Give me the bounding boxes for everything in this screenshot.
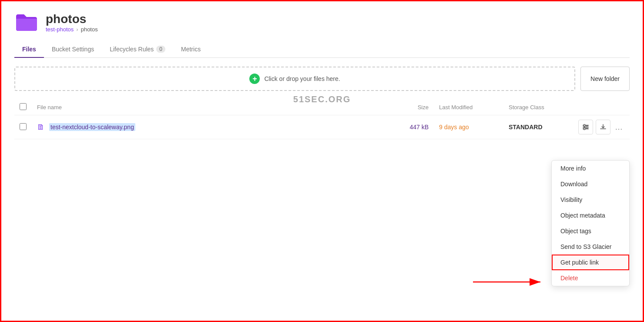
tab-bucket-settings-label: Bucket Settings bbox=[52, 46, 94, 53]
tab-lifecycles-rules[interactable]: Lifecycles Rules 0 bbox=[102, 41, 173, 58]
upload-plus-icon: + bbox=[249, 74, 260, 84]
tab-lifecycles-badge: 0 bbox=[156, 46, 165, 53]
dropdown-menu: More info Download Visibility Object met… bbox=[551, 160, 630, 286]
table-row: 🗎 test-nextcloud-to-scaleway.png 447 kB … bbox=[14, 115, 630, 139]
upload-zone[interactable]: + Click or drop your files here. bbox=[14, 67, 575, 91]
col-header-storage: Storage Class bbox=[503, 100, 573, 115]
file-storage: STANDARD bbox=[509, 124, 543, 131]
folder-icon bbox=[14, 10, 39, 34]
dropdown-visibility[interactable]: Visibility bbox=[552, 192, 629, 208]
breadcrumb-parent[interactable]: test-photos bbox=[46, 26, 74, 33]
breadcrumb: test-photos › photos bbox=[46, 26, 98, 33]
dropdown-delete[interactable]: Delete bbox=[552, 270, 629, 286]
dropdown-get-public-link[interactable]: Get public link bbox=[552, 255, 629, 270]
tab-metrics-label: Metrics bbox=[181, 46, 201, 53]
svg-point-3 bbox=[584, 124, 585, 126]
tab-bucket-settings[interactable]: Bucket Settings bbox=[44, 41, 102, 58]
dropdown-more-info[interactable]: More info bbox=[552, 161, 629, 176]
arrow-indicator bbox=[473, 275, 551, 290]
page-header: photos test-photos › photos bbox=[14, 10, 630, 34]
tab-lifecycles-rules-label: Lifecycles Rules bbox=[110, 46, 154, 53]
dropdown-object-metadata[interactable]: Object metadata bbox=[552, 208, 629, 223]
row-name-cell: 🗎 test-nextcloud-to-scaleway.png bbox=[32, 115, 390, 139]
tab-files-label: Files bbox=[22, 46, 36, 53]
row-storage-cell: STANDARD bbox=[503, 115, 573, 139]
action-download-button[interactable] bbox=[596, 120, 610, 134]
new-folder-button[interactable]: New folder bbox=[580, 67, 630, 91]
row-checkbox-cell bbox=[14, 115, 32, 139]
page-title: photos bbox=[46, 12, 98, 26]
col-header-size: Size bbox=[390, 100, 434, 115]
tab-metrics[interactable]: Metrics bbox=[173, 41, 208, 58]
row-checkbox[interactable] bbox=[20, 123, 27, 130]
file-size: 447 kB bbox=[409, 124, 429, 131]
upload-zone-wrapper: + Click or drop your files here. New fol… bbox=[14, 67, 630, 91]
row-size-cell: 447 kB bbox=[390, 115, 434, 139]
dropdown-object-tags[interactable]: Object tags bbox=[552, 223, 629, 239]
upload-zone-text: Click or drop your files here. bbox=[264, 75, 340, 82]
dropdown-download[interactable]: Download bbox=[552, 176, 629, 192]
file-name-link[interactable]: test-nextcloud-to-scaleway.png bbox=[49, 123, 135, 131]
col-header-modified: Last Modified bbox=[434, 100, 503, 115]
file-modified: 9 days ago bbox=[439, 124, 469, 131]
svg-point-4 bbox=[586, 126, 588, 128]
header-text: photos test-photos › photos bbox=[46, 12, 98, 33]
action-settings-button[interactable] bbox=[578, 120, 593, 134]
col-header-name: File name bbox=[32, 100, 390, 115]
col-header-check bbox=[14, 100, 32, 115]
file-table: File name Size Last Modified Storage Cla… bbox=[14, 100, 630, 139]
select-all-checkbox[interactable] bbox=[20, 103, 27, 110]
row-actions-cell: … bbox=[573, 115, 630, 139]
file-icon: 🗎 bbox=[37, 123, 45, 132]
col-header-actions bbox=[573, 100, 630, 115]
action-more-button[interactable]: … bbox=[613, 121, 624, 134]
row-modified-cell: 9 days ago bbox=[434, 115, 503, 139]
dropdown-send-to-s3-glacier[interactable]: Send to S3 Glacier bbox=[552, 239, 629, 255]
tab-files[interactable]: Files bbox=[14, 41, 44, 58]
svg-point-5 bbox=[584, 128, 585, 130]
breadcrumb-separator: › bbox=[76, 26, 78, 33]
tabs-bar: Files Bucket Settings Lifecycles Rules 0… bbox=[14, 41, 630, 58]
breadcrumb-current: photos bbox=[81, 26, 98, 33]
